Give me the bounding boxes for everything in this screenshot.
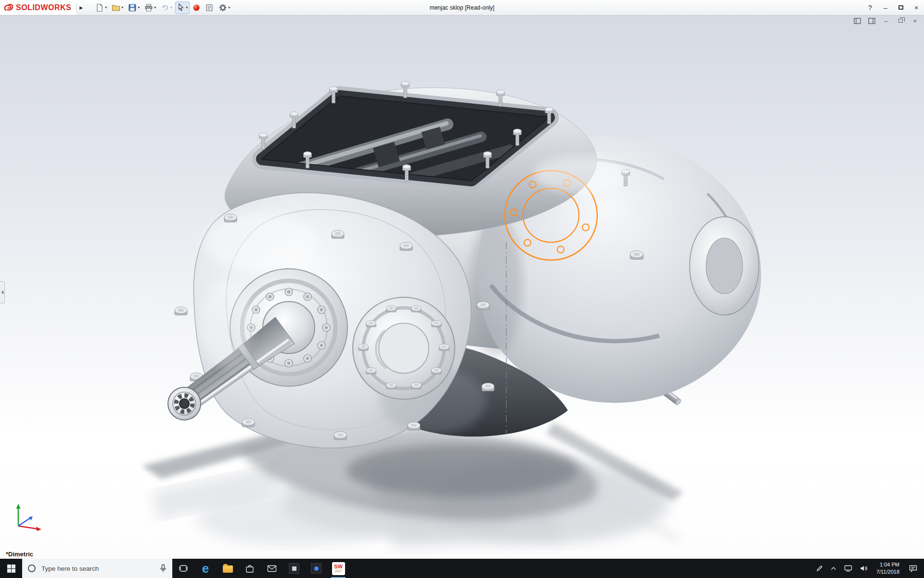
document-window-controls: – × xyxy=(853,17,919,25)
media-app-icon xyxy=(311,563,321,574)
document-title: menjac sklop [Read-only] xyxy=(430,4,495,11)
orientation-triad[interactable] xyxy=(10,500,44,537)
maximize-button[interactable] xyxy=(893,0,909,15)
mail-button[interactable] xyxy=(261,559,283,578)
side-cover-boss[interactable] xyxy=(353,297,455,399)
dropdown-caret-icon: ▾ xyxy=(121,5,123,10)
gear-icon xyxy=(218,3,227,12)
print-icon xyxy=(144,3,153,12)
appearances-button[interactable] xyxy=(191,1,202,14)
collapsed-panel-tab[interactable] xyxy=(0,281,5,303)
search-input[interactable] xyxy=(40,565,155,573)
maximize-icon xyxy=(898,5,903,10)
pen-tray-button[interactable] xyxy=(812,559,827,578)
store-bag-icon xyxy=(245,564,255,573)
report-options-button[interactable] xyxy=(203,1,216,14)
dropdown-caret-icon: ▾ xyxy=(105,5,107,10)
highlight xyxy=(534,156,626,193)
new-document-button[interactable]: ▾ xyxy=(93,1,109,14)
cortana-icon xyxy=(28,565,36,572)
select-tool-button[interactable]: ▾ xyxy=(175,1,190,14)
split-pane-left-icon[interactable] xyxy=(853,17,861,25)
split-pane-right-icon[interactable] xyxy=(867,17,876,25)
solidworks-logo: SOLIDWORKS xyxy=(0,0,76,15)
file-explorer-button[interactable] xyxy=(217,559,239,578)
undo-icon xyxy=(161,3,169,12)
doc-close-button[interactable]: × xyxy=(911,17,919,25)
store-button[interactable] xyxy=(239,559,261,578)
pen-icon xyxy=(816,565,823,572)
cursor-icon xyxy=(177,3,185,12)
windows-logo-icon xyxy=(7,565,15,573)
gearbox-model[interactable] xyxy=(168,81,761,448)
volume-tray-button[interactable] xyxy=(856,559,872,578)
volume-icon xyxy=(860,565,868,572)
open-document-button[interactable]: ▾ xyxy=(110,1,125,14)
highlight xyxy=(200,280,253,367)
dropdown-caret-icon: ▾ xyxy=(138,5,140,10)
titlebar: SOLIDWORKS ▶ ▾ ▾ xyxy=(0,0,924,15)
new-document-icon xyxy=(95,3,104,12)
open-folder-icon xyxy=(112,3,120,12)
task-view-button[interactable] xyxy=(172,559,194,578)
3d-viewport[interactable]: – × xyxy=(0,15,924,559)
action-center-button[interactable] xyxy=(904,559,924,578)
edge-button[interactable]: e xyxy=(194,559,217,578)
windows-taskbar: e SW 2017 xyxy=(0,559,924,578)
settings-button[interactable]: ▾ xyxy=(217,1,232,14)
save-button[interactable]: ▾ xyxy=(126,1,141,14)
task-view-icon xyxy=(179,564,188,573)
gearbox-assembly-model[interactable] xyxy=(0,15,924,559)
network-icon xyxy=(844,565,852,572)
main-toolbar: ▾ ▾ ▾ xyxy=(93,1,232,14)
clock-date: 7/11/2018 xyxy=(876,568,899,576)
sw-year: 2017 xyxy=(335,570,342,573)
close-button[interactable]: × xyxy=(909,0,924,15)
print-button[interactable]: ▾ xyxy=(142,1,158,14)
dropdown-caret-icon: ▾ xyxy=(154,5,156,10)
dropdown-caret-icon: ▾ xyxy=(170,5,172,10)
doc-minimize-button[interactable]: – xyxy=(882,17,890,25)
mail-icon xyxy=(267,565,277,572)
action-center-icon xyxy=(909,565,917,572)
hidden-icons-button[interactable] xyxy=(827,559,840,578)
dassault-logo-icon xyxy=(4,3,13,12)
doc-restore-button[interactable] xyxy=(896,17,905,25)
edge-icon: e xyxy=(202,562,209,575)
start-button[interactable] xyxy=(0,559,22,578)
appearance-sphere-icon xyxy=(192,4,200,12)
view-orientation-label: *Dimetric xyxy=(6,551,33,558)
undo-button[interactable]: ▾ xyxy=(159,1,174,14)
dropdown-caret-icon: ▾ xyxy=(228,5,230,10)
restore-icon xyxy=(898,19,903,23)
network-tray-button[interactable] xyxy=(840,559,856,578)
media-app-button[interactable] xyxy=(305,559,327,578)
system-tray: 1:04 PM 7/11/2018 xyxy=(812,559,924,578)
microphone-icon[interactable] xyxy=(160,564,167,573)
report-book-icon xyxy=(205,3,214,12)
clock-time: 1:04 PM xyxy=(880,561,899,568)
solidworks-2017-icon: SW 2017 xyxy=(332,562,345,575)
expand-menu-arrow-icon[interactable]: ▶ xyxy=(76,2,86,13)
minimize-button[interactable]: – xyxy=(878,0,893,15)
taskbar-clock[interactable]: 1:04 PM 7/11/2018 xyxy=(872,561,904,576)
brand-name: SOLIDWORKS xyxy=(16,3,71,12)
spline-shaft-end xyxy=(168,387,201,420)
save-icon xyxy=(128,3,137,12)
photos-icon xyxy=(289,563,299,574)
photos-button[interactable] xyxy=(283,559,305,578)
taskbar-search[interactable] xyxy=(22,559,172,578)
help-button[interactable]: ? xyxy=(862,0,878,15)
dropdown-caret-icon: ▾ xyxy=(186,5,188,10)
solidworks-window: SOLIDWORKS ▶ ▾ ▾ xyxy=(0,0,924,578)
chevron-up-icon xyxy=(831,566,836,570)
solidworks-taskbar-button[interactable]: SW 2017 xyxy=(327,559,349,578)
window-controls: ? – × xyxy=(862,0,924,15)
sw-abbr: SW xyxy=(334,564,343,569)
file-explorer-icon xyxy=(223,565,233,573)
